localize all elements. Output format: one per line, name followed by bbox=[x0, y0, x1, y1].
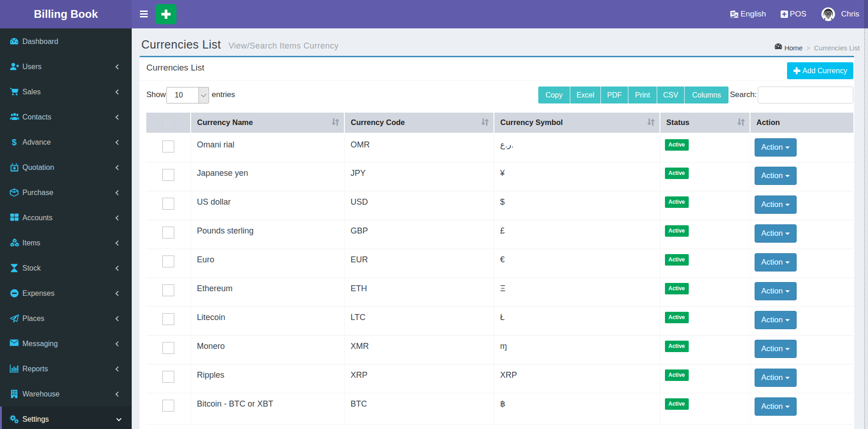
svg-text:$: $ bbox=[12, 138, 17, 147]
svg-text:A: A bbox=[735, 13, 738, 18]
